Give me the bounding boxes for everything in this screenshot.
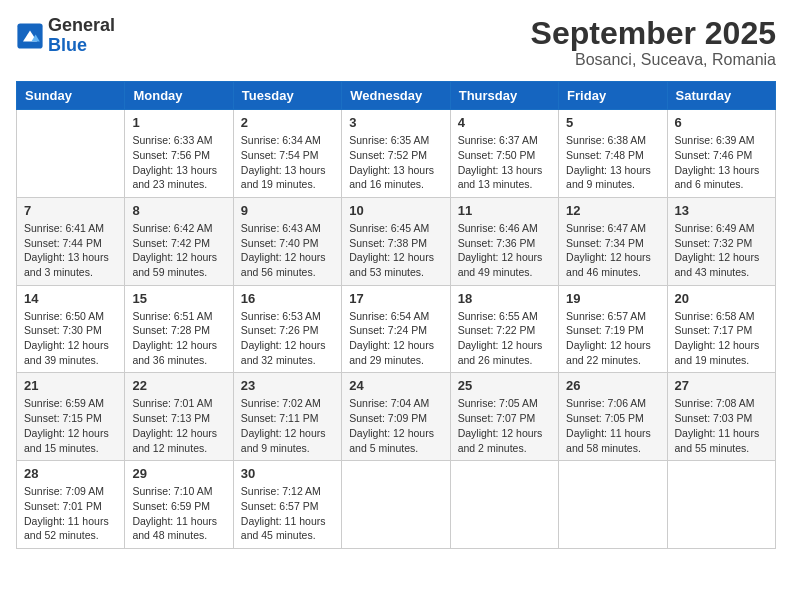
- weekday-header: Saturday: [667, 82, 775, 110]
- calendar-table: SundayMondayTuesdayWednesdayThursdayFrid…: [16, 81, 776, 549]
- day-info: Sunrise: 6:50 AM Sunset: 7:30 PM Dayligh…: [24, 309, 117, 368]
- calendar-week-row: 28Sunrise: 7:09 AM Sunset: 7:01 PM Dayli…: [17, 461, 776, 549]
- weekday-header: Thursday: [450, 82, 558, 110]
- calendar-cell: 8Sunrise: 6:42 AM Sunset: 7:42 PM Daylig…: [125, 197, 233, 285]
- day-info: Sunrise: 6:35 AM Sunset: 7:52 PM Dayligh…: [349, 133, 442, 192]
- day-info: Sunrise: 6:42 AM Sunset: 7:42 PM Dayligh…: [132, 221, 225, 280]
- calendar-week-row: 14Sunrise: 6:50 AM Sunset: 7:30 PM Dayli…: [17, 285, 776, 373]
- title-area: September 2025 Bosanci, Suceava, Romania: [531, 16, 776, 69]
- day-number: 3: [349, 115, 442, 130]
- day-info: Sunrise: 6:41 AM Sunset: 7:44 PM Dayligh…: [24, 221, 117, 280]
- day-number: 25: [458, 378, 551, 393]
- calendar-cell: 11Sunrise: 6:46 AM Sunset: 7:36 PM Dayli…: [450, 197, 558, 285]
- day-number: 20: [675, 291, 768, 306]
- weekday-header: Monday: [125, 82, 233, 110]
- calendar-cell: 25Sunrise: 7:05 AM Sunset: 7:07 PM Dayli…: [450, 373, 558, 461]
- calendar-cell: 23Sunrise: 7:02 AM Sunset: 7:11 PM Dayli…: [233, 373, 341, 461]
- calendar-cell: 6Sunrise: 6:39 AM Sunset: 7:46 PM Daylig…: [667, 110, 775, 198]
- calendar-cell: [17, 110, 125, 198]
- calendar-cell: 5Sunrise: 6:38 AM Sunset: 7:48 PM Daylig…: [559, 110, 667, 198]
- day-info: Sunrise: 7:12 AM Sunset: 6:57 PM Dayligh…: [241, 484, 334, 543]
- calendar-cell: 3Sunrise: 6:35 AM Sunset: 7:52 PM Daylig…: [342, 110, 450, 198]
- logo-blue-text: Blue: [48, 35, 87, 55]
- day-number: 28: [24, 466, 117, 481]
- day-info: Sunrise: 7:02 AM Sunset: 7:11 PM Dayligh…: [241, 396, 334, 455]
- day-info: Sunrise: 6:39 AM Sunset: 7:46 PM Dayligh…: [675, 133, 768, 192]
- day-number: 26: [566, 378, 659, 393]
- weekday-header: Tuesday: [233, 82, 341, 110]
- calendar-cell: 22Sunrise: 7:01 AM Sunset: 7:13 PM Dayli…: [125, 373, 233, 461]
- day-number: 21: [24, 378, 117, 393]
- day-number: 29: [132, 466, 225, 481]
- day-number: 6: [675, 115, 768, 130]
- calendar-cell: 30Sunrise: 7:12 AM Sunset: 6:57 PM Dayli…: [233, 461, 341, 549]
- day-info: Sunrise: 7:01 AM Sunset: 7:13 PM Dayligh…: [132, 396, 225, 455]
- calendar-cell: 24Sunrise: 7:04 AM Sunset: 7:09 PM Dayli…: [342, 373, 450, 461]
- day-info: Sunrise: 6:46 AM Sunset: 7:36 PM Dayligh…: [458, 221, 551, 280]
- day-info: Sunrise: 6:38 AM Sunset: 7:48 PM Dayligh…: [566, 133, 659, 192]
- day-info: Sunrise: 6:53 AM Sunset: 7:26 PM Dayligh…: [241, 309, 334, 368]
- day-info: Sunrise: 6:58 AM Sunset: 7:17 PM Dayligh…: [675, 309, 768, 368]
- calendar-week-row: 7Sunrise: 6:41 AM Sunset: 7:44 PM Daylig…: [17, 197, 776, 285]
- day-info: Sunrise: 6:33 AM Sunset: 7:56 PM Dayligh…: [132, 133, 225, 192]
- day-number: 18: [458, 291, 551, 306]
- calendar-cell: 17Sunrise: 6:54 AM Sunset: 7:24 PM Dayli…: [342, 285, 450, 373]
- calendar-cell: 19Sunrise: 6:57 AM Sunset: 7:19 PM Dayli…: [559, 285, 667, 373]
- calendar-cell: 9Sunrise: 6:43 AM Sunset: 7:40 PM Daylig…: [233, 197, 341, 285]
- day-number: 11: [458, 203, 551, 218]
- calendar-cell: [342, 461, 450, 549]
- day-info: Sunrise: 6:37 AM Sunset: 7:50 PM Dayligh…: [458, 133, 551, 192]
- day-number: 8: [132, 203, 225, 218]
- day-info: Sunrise: 6:43 AM Sunset: 7:40 PM Dayligh…: [241, 221, 334, 280]
- calendar-cell: 13Sunrise: 6:49 AM Sunset: 7:32 PM Dayli…: [667, 197, 775, 285]
- day-number: 27: [675, 378, 768, 393]
- day-info: Sunrise: 7:06 AM Sunset: 7:05 PM Dayligh…: [566, 396, 659, 455]
- calendar-cell: 2Sunrise: 6:34 AM Sunset: 7:54 PM Daylig…: [233, 110, 341, 198]
- day-number: 19: [566, 291, 659, 306]
- day-number: 16: [241, 291, 334, 306]
- day-number: 7: [24, 203, 117, 218]
- day-number: 5: [566, 115, 659, 130]
- calendar-cell: [667, 461, 775, 549]
- calendar-cell: 15Sunrise: 6:51 AM Sunset: 7:28 PM Dayli…: [125, 285, 233, 373]
- day-number: 24: [349, 378, 442, 393]
- day-number: 13: [675, 203, 768, 218]
- day-info: Sunrise: 6:45 AM Sunset: 7:38 PM Dayligh…: [349, 221, 442, 280]
- day-number: 15: [132, 291, 225, 306]
- logo-general-text: General: [48, 15, 115, 35]
- day-info: Sunrise: 6:47 AM Sunset: 7:34 PM Dayligh…: [566, 221, 659, 280]
- calendar-cell: 16Sunrise: 6:53 AM Sunset: 7:26 PM Dayli…: [233, 285, 341, 373]
- day-number: 17: [349, 291, 442, 306]
- day-number: 22: [132, 378, 225, 393]
- day-number: 1: [132, 115, 225, 130]
- day-info: Sunrise: 6:55 AM Sunset: 7:22 PM Dayligh…: [458, 309, 551, 368]
- day-info: Sunrise: 7:10 AM Sunset: 6:59 PM Dayligh…: [132, 484, 225, 543]
- location-title: Bosanci, Suceava, Romania: [531, 51, 776, 69]
- calendar-cell: 27Sunrise: 7:08 AM Sunset: 7:03 PM Dayli…: [667, 373, 775, 461]
- day-info: Sunrise: 7:08 AM Sunset: 7:03 PM Dayligh…: [675, 396, 768, 455]
- calendar-cell: 4Sunrise: 6:37 AM Sunset: 7:50 PM Daylig…: [450, 110, 558, 198]
- logo: General Blue: [16, 16, 115, 56]
- day-number: 4: [458, 115, 551, 130]
- calendar-cell: 7Sunrise: 6:41 AM Sunset: 7:44 PM Daylig…: [17, 197, 125, 285]
- calendar-cell: 26Sunrise: 7:06 AM Sunset: 7:05 PM Dayli…: [559, 373, 667, 461]
- calendar-cell: 29Sunrise: 7:10 AM Sunset: 6:59 PM Dayli…: [125, 461, 233, 549]
- day-number: 14: [24, 291, 117, 306]
- day-info: Sunrise: 6:59 AM Sunset: 7:15 PM Dayligh…: [24, 396, 117, 455]
- day-info: Sunrise: 7:09 AM Sunset: 7:01 PM Dayligh…: [24, 484, 117, 543]
- day-info: Sunrise: 6:57 AM Sunset: 7:19 PM Dayligh…: [566, 309, 659, 368]
- day-number: 10: [349, 203, 442, 218]
- day-number: 23: [241, 378, 334, 393]
- day-number: 9: [241, 203, 334, 218]
- day-info: Sunrise: 6:34 AM Sunset: 7:54 PM Dayligh…: [241, 133, 334, 192]
- calendar-cell: 20Sunrise: 6:58 AM Sunset: 7:17 PM Dayli…: [667, 285, 775, 373]
- day-number: 12: [566, 203, 659, 218]
- calendar-cell: [450, 461, 558, 549]
- day-info: Sunrise: 6:54 AM Sunset: 7:24 PM Dayligh…: [349, 309, 442, 368]
- calendar-cell: 18Sunrise: 6:55 AM Sunset: 7:22 PM Dayli…: [450, 285, 558, 373]
- day-number: 30: [241, 466, 334, 481]
- calendar-week-row: 1Sunrise: 6:33 AM Sunset: 7:56 PM Daylig…: [17, 110, 776, 198]
- calendar-header-row: SundayMondayTuesdayWednesdayThursdayFrid…: [17, 82, 776, 110]
- day-info: Sunrise: 7:04 AM Sunset: 7:09 PM Dayligh…: [349, 396, 442, 455]
- day-info: Sunrise: 6:49 AM Sunset: 7:32 PM Dayligh…: [675, 221, 768, 280]
